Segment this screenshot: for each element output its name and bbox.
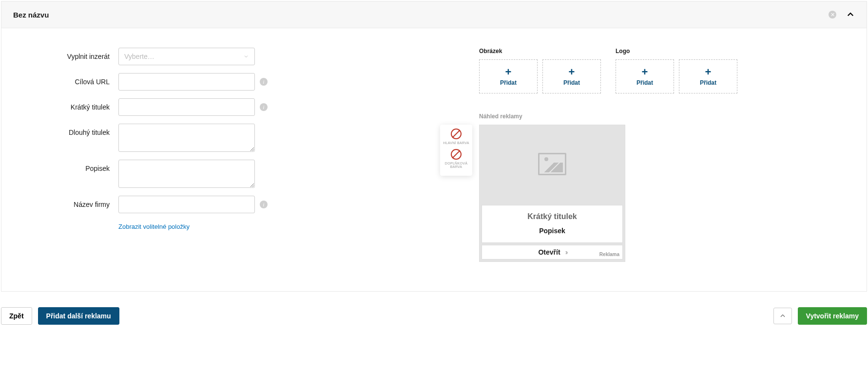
fill-ad-select[interactable]: Vyberte… [118, 48, 255, 65]
fill-ad-placeholder: Vyberte… [124, 53, 154, 60]
footer-bar: Zpět Přidat další reklamu Vytvořit rekla… [0, 293, 868, 334]
secondary-color-swatch[interactable] [451, 149, 462, 160]
secondary-color-label: DOPLŇKOVÁ BARVA [442, 162, 470, 169]
close-icon[interactable]: ✕ [829, 11, 836, 18]
preview-area: HLAVNÍ BARVA DOPLŇKOVÁ BARVA Krátký titu… [479, 125, 837, 262]
info-icon[interactable]: i [260, 103, 268, 111]
primary-color-swatch[interactable] [451, 129, 462, 139]
primary-color-label: HLAVNÍ BARVA [443, 141, 469, 145]
plus-icon: + [505, 67, 512, 77]
plus-icon: + [705, 67, 712, 77]
media-column: Obrázek + Přidat + Přidat Logo [382, 48, 837, 262]
image-section-label: Obrázek [479, 48, 601, 55]
info-icon[interactable]: i [260, 78, 268, 86]
long-title-input[interactable] [118, 124, 255, 152]
preview-image-placeholder [480, 125, 625, 203]
image-upload-slot[interactable]: + Přidat [542, 59, 601, 93]
ad-editor-panel: Bez názvu ✕ Vyplnit inzerát Vyberte… Cíl… [1, 1, 867, 292]
plus-icon: + [569, 67, 575, 77]
logo-upload-slot[interactable]: + Přidat [616, 59, 674, 93]
preview-title: Krátký titulek [482, 205, 622, 224]
preview-section-label: Náhled reklamy [479, 113, 837, 120]
ad-preview-card: Krátký titulek Popisek Otevřít ››› Rekla… [479, 125, 625, 262]
create-ads-button[interactable]: Vytvořit reklamy [798, 307, 867, 325]
ad-tag: Reklama [599, 252, 619, 257]
plus-icon: + [642, 67, 648, 77]
info-icon[interactable]: i [260, 201, 268, 208]
description-label: Popisek [31, 160, 118, 172]
description-input[interactable] [118, 160, 255, 188]
long-title-label: Dlouhý titulek [31, 124, 118, 136]
panel-header: Bez názvu ✕ [1, 1, 867, 28]
target-url-label: Cílová URL [31, 73, 118, 86]
upload-label: Přidat [637, 79, 653, 86]
collapse-button[interactable] [773, 308, 792, 324]
form-column: Vyplnit inzerát Vyberte… Cílová URL i Kr… [31, 48, 352, 262]
company-label: Název firmy [31, 196, 118, 208]
upload-label: Přidat [700, 79, 716, 86]
logo-section-label: Logo [616, 48, 737, 55]
chevron-down-icon [243, 54, 249, 59]
upload-label: Přidat [500, 79, 517, 86]
chevron-up-icon[interactable] [846, 10, 855, 19]
short-title-input[interactable] [118, 98, 255, 116]
company-input[interactable] [118, 196, 255, 213]
logo-upload-slot[interactable]: + Přidat [679, 59, 737, 93]
panel-title: Bez názvu [13, 11, 49, 19]
image-upload-section: Obrázek + Přidat + Přidat [479, 48, 601, 93]
target-url-input[interactable] [118, 73, 255, 91]
upload-label: Přidat [563, 79, 580, 86]
color-picker-panel: HLAVNÍ BARVA DOPLŇKOVÁ BARVA [440, 125, 472, 176]
image-placeholder-icon [538, 153, 566, 175]
show-optional-link[interactable]: Zobrazit volitelné položky [118, 223, 190, 230]
fill-ad-label: Vyplnit inzerát [31, 48, 118, 60]
chevron-up-icon [779, 313, 786, 319]
logo-upload-section: Logo + Přidat + Přidat [616, 48, 737, 93]
short-title-label: Krátký titulek [31, 98, 118, 111]
add-another-ad-button[interactable]: Přidat další reklamu [38, 307, 119, 325]
chevrons-right-icon: ››› [565, 248, 566, 256]
preview-cta-button[interactable]: Otevřít ››› Reklama [482, 245, 623, 259]
back-button[interactable]: Zpět [1, 307, 32, 325]
preview-cta-label: Otevřít [538, 248, 560, 256]
image-upload-slot[interactable]: + Přidat [479, 59, 538, 93]
preview-description: Popisek [482, 224, 622, 242]
